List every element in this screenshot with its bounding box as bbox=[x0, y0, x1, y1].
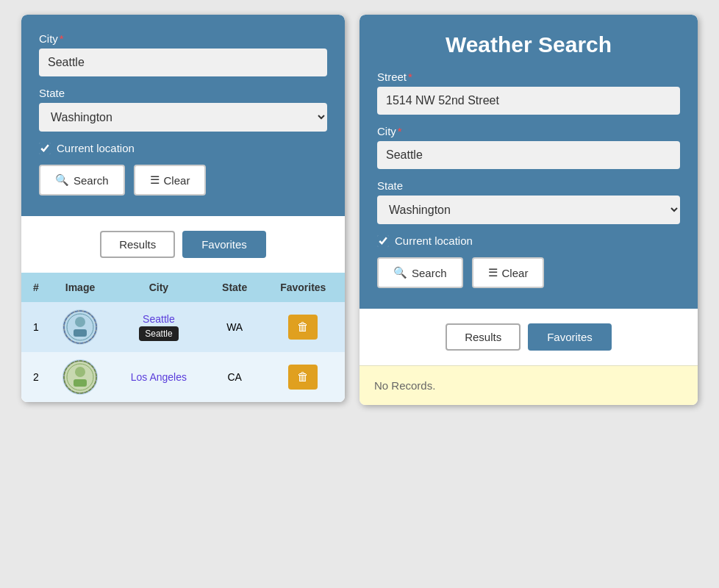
left-state-select[interactable]: Washington California Texas New York Flo… bbox=[39, 103, 327, 132]
left-current-location-group: Current location bbox=[39, 142, 327, 154]
left-state-label: State bbox=[39, 87, 327, 99]
right-city-required-star: * bbox=[398, 125, 402, 137]
left-state-group: State Washington California Texas New Yo… bbox=[39, 87, 327, 132]
left-button-group: 🔍 Search ☰ Clear bbox=[39, 165, 327, 196]
right-search-button[interactable]: 🔍 Search bbox=[377, 257, 463, 288]
right-street-group: Street* bbox=[377, 71, 680, 115]
no-records-message: No Records. bbox=[360, 365, 698, 405]
left-data-table: # Image City State Favorites 1 bbox=[21, 273, 345, 402]
right-panel-title: Weather Search bbox=[377, 32, 680, 57]
col-state: State bbox=[208, 273, 262, 302]
col-favorites: Favorites bbox=[262, 273, 345, 302]
row2-seal-svg bbox=[63, 360, 97, 394]
left-tab-results[interactable]: Results bbox=[100, 231, 175, 258]
row2-state: CA bbox=[208, 352, 262, 402]
row2-delete-cell: 🗑 bbox=[262, 352, 345, 402]
row2-delete-button[interactable]: 🗑 bbox=[288, 365, 318, 390]
city-required-star: * bbox=[60, 32, 64, 45]
row2-num: 2 bbox=[21, 352, 51, 402]
left-panel: City* State Washington California Texas … bbox=[21, 15, 345, 402]
right-panel: Weather Search Street* City* State Washi… bbox=[360, 15, 698, 405]
table-row: 2 Los Angeles bbox=[21, 352, 345, 402]
row1-avatar bbox=[62, 309, 98, 345]
left-city-input[interactable] bbox=[39, 49, 327, 76]
col-image: Image bbox=[51, 273, 110, 302]
left-city-label: City* bbox=[39, 32, 327, 45]
right-current-location-group: Current location bbox=[377, 234, 680, 247]
right-tabs: Results Favorites bbox=[360, 309, 698, 365]
left-table-section: # Image City State Favorites 1 bbox=[21, 273, 345, 402]
left-current-location-checkbox[interactable] bbox=[39, 143, 51, 154]
left-search-form: City* State Washington California Texas … bbox=[21, 15, 345, 216]
row2-image bbox=[51, 352, 110, 402]
left-city-group: City* bbox=[39, 32, 327, 76]
row1-city-tooltip: Seattle bbox=[139, 326, 178, 341]
row1-city-cell: Seattle Seattle bbox=[110, 302, 208, 352]
row1-state: WA bbox=[208, 302, 262, 352]
row1-num: 1 bbox=[21, 302, 51, 352]
right-street-input[interactable] bbox=[377, 87, 680, 115]
right-search-form: Weather Search Street* City* State Washi… bbox=[360, 15, 698, 309]
col-num: # bbox=[21, 273, 51, 302]
right-city-label: City* bbox=[377, 125, 680, 137]
svg-point-2 bbox=[75, 317, 85, 327]
row2-city-cell: Los Angeles bbox=[110, 352, 208, 402]
left-current-location-label: Current location bbox=[57, 142, 135, 154]
right-tab-favorites[interactable]: Favorites bbox=[528, 323, 612, 351]
right-state-group: State Washington California Texas New Yo… bbox=[377, 179, 680, 224]
street-required-star: * bbox=[408, 71, 412, 83]
table-header-row: # Image City State Favorites bbox=[21, 273, 345, 302]
right-state-select[interactable]: Washington California Texas New York Flo… bbox=[377, 196, 680, 224]
table-row: 1 bbox=[21, 302, 345, 352]
right-current-location-checkbox[interactable] bbox=[377, 235, 389, 247]
svg-point-7 bbox=[75, 367, 85, 377]
left-search-button[interactable]: 🔍 Search bbox=[39, 165, 125, 196]
svg-rect-3 bbox=[74, 329, 87, 337]
row1-seal-svg bbox=[63, 310, 97, 344]
row2-avatar bbox=[62, 359, 98, 395]
right-clear-icon: ☰ bbox=[488, 266, 498, 279]
row1-delete-button[interactable]: 🗑 bbox=[288, 315, 318, 340]
left-tabs: Results Favorites bbox=[21, 216, 345, 273]
left-clear-icon: ☰ bbox=[150, 173, 160, 187]
row1-city-link[interactable]: Seattle bbox=[143, 313, 175, 325]
right-tab-results[interactable]: Results bbox=[446, 323, 521, 351]
right-city-group: City* bbox=[377, 125, 680, 169]
row2-city-link[interactable]: Los Angeles bbox=[131, 371, 187, 383]
right-current-location-label: Current location bbox=[395, 234, 473, 247]
left-search-icon: 🔍 bbox=[55, 173, 69, 187]
right-clear-button[interactable]: ☰ Clear bbox=[472, 257, 545, 288]
right-search-icon: 🔍 bbox=[393, 266, 407, 279]
svg-rect-8 bbox=[74, 379, 87, 387]
right-city-input[interactable] bbox=[377, 141, 680, 169]
col-city: City bbox=[110, 273, 208, 302]
right-button-group: 🔍 Search ☰ Clear bbox=[377, 257, 680, 288]
left-tab-favorites[interactable]: Favorites bbox=[182, 231, 266, 258]
row1-image bbox=[51, 302, 110, 352]
left-clear-button[interactable]: ☰ Clear bbox=[134, 165, 207, 196]
right-street-label: Street* bbox=[377, 71, 680, 83]
right-state-label: State bbox=[377, 179, 680, 192]
row1-delete-cell: 🗑 bbox=[262, 302, 345, 352]
